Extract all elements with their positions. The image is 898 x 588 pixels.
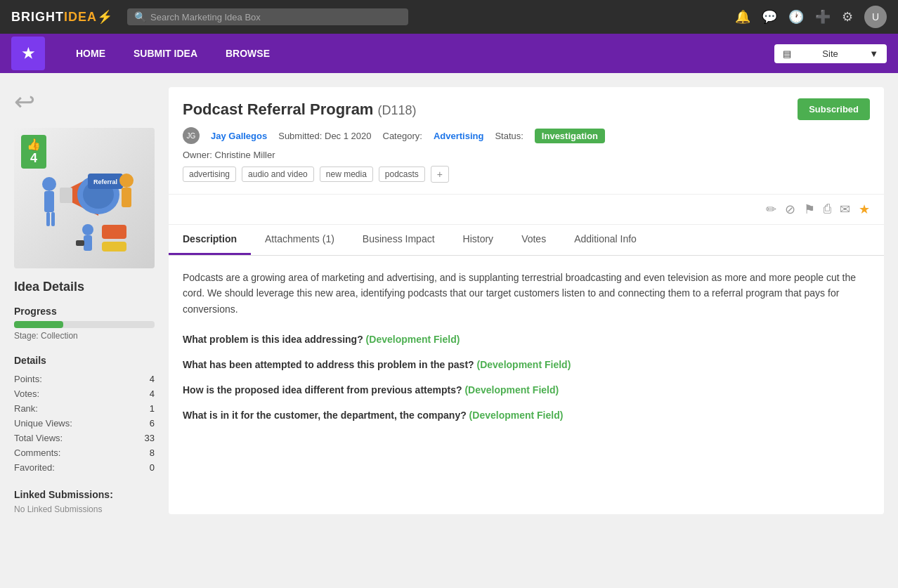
- svg-point-12: [82, 224, 93, 235]
- detail-comments: Comments: 8: [14, 445, 155, 460]
- tab-votes[interactable]: Votes: [507, 225, 560, 255]
- dev-question-3-text: How is the proposed idea different from …: [183, 384, 464, 396]
- notifications-icon[interactable]: 🔔: [735, 9, 750, 25]
- svg-rect-3: [51, 212, 55, 226]
- tab-description[interactable]: Description: [169, 225, 251, 255]
- idea-header: Podcast Referral Program (D118) Subscrib…: [169, 87, 884, 195]
- site-logo-icon: ★: [22, 45, 34, 62]
- dev-question-1: What problem is this idea addressing? (D…: [183, 334, 870, 345]
- detail-total-views: Total Views: 33: [14, 431, 155, 445]
- search-input[interactable]: [150, 12, 401, 22]
- detail-rank: Rank: 1: [14, 401, 155, 416]
- back-button[interactable]: ↩: [14, 87, 155, 117]
- site-logo: ★: [11, 37, 45, 70]
- description-text: Podcasts are a growing area of marketing…: [183, 270, 870, 317]
- svg-point-0: [42, 177, 56, 191]
- details-heading: Details: [14, 355, 155, 366]
- status-label-text: Status:: [495, 131, 523, 141]
- site-selector-label: Site: [822, 48, 838, 59]
- details-section: Details Points: 4 Votes: 4 Rank: 1 Uniqu…: [14, 355, 155, 475]
- unlink-icon[interactable]: ⊘: [785, 202, 795, 217]
- top-navigation-bar: BRIGHTIDEA⚡ 🔍 🔔 💬 🕐 ➕ ⚙ U: [0, 0, 898, 34]
- user-avatar[interactable]: U: [864, 6, 887, 28]
- idea-title-text: Podcast Referral Program: [183, 100, 373, 118]
- tag-advertising[interactable]: advertising: [183, 166, 236, 182]
- progress-label: Progress: [14, 306, 155, 317]
- progress-bar-background: [14, 321, 155, 328]
- category-link[interactable]: Advertising: [434, 131, 484, 141]
- detail-comments-label: Comments:: [14, 447, 60, 458]
- nav-home[interactable]: HOME: [62, 34, 119, 73]
- nav-submit-idea[interactable]: SUBMIT IDEA: [119, 34, 212, 73]
- clock-icon[interactable]: 🕐: [788, 9, 804, 25]
- star-icon[interactable]: ★: [859, 202, 870, 217]
- subscribed-button[interactable]: Subscribed: [798, 98, 870, 120]
- dev-question-4-field-label: (Development Field): [469, 410, 564, 421]
- dev-question-4-text: What is in it for the customer, the depa…: [183, 410, 469, 421]
- vote-thumb-icon: 👍: [27, 138, 41, 151]
- dev-question-2: What has been attempted to address this …: [183, 359, 870, 370]
- search-bar-container[interactable]: 🔍: [127, 8, 408, 25]
- detail-points: Points: 4: [14, 372, 155, 386]
- idea-content-area: Podcast Referral Program (D118) Subscrib…: [169, 87, 884, 514]
- progress-section: Progress Stage: Collection: [14, 306, 155, 341]
- dev-question-1-field-label: (Development Field): [366, 334, 460, 345]
- svg-rect-11: [122, 188, 131, 207]
- detail-comments-value: 8: [150, 447, 155, 458]
- site-selector[interactable]: ▤ Site ▼: [774, 44, 887, 63]
- tab-content-description: Podcasts are a growing area of marketing…: [169, 256, 884, 449]
- idea-meta: JG Jay Gallegos Submitted: Dec 1 2020 Ca…: [183, 127, 870, 144]
- svg-rect-16: [102, 242, 126, 251]
- owner-label: Owner:: [183, 150, 212, 160]
- vote-badge: 👍 4: [21, 135, 46, 169]
- dev-question-3-field-label: (Development Field): [464, 384, 559, 396]
- owner-row: Owner: Christine Miller: [183, 150, 870, 160]
- svg-rect-2: [46, 212, 50, 226]
- tag-new-media[interactable]: new media: [320, 166, 373, 182]
- purple-navigation: ★ HOME SUBMIT IDEA BROWSE ▤ Site ▼: [0, 34, 898, 73]
- linked-submissions-heading: Linked Submissions:: [14, 489, 155, 500]
- main-content: ↩ Referra: [0, 73, 898, 528]
- detail-favorited-label: Favorited:: [14, 462, 55, 473]
- detail-votes: Votes: 4: [14, 386, 155, 401]
- top-bar-icons: 🔔 💬 🕐 ➕ ⚙ U: [735, 6, 887, 28]
- tag-podcasts[interactable]: podcasts: [379, 166, 425, 182]
- svg-rect-1: [44, 191, 54, 212]
- flag-icon[interactable]: ⚑: [804, 202, 815, 217]
- idea-title: Podcast Referral Program (D118): [183, 100, 417, 119]
- detail-rank-label: Rank:: [14, 403, 38, 414]
- dev-question-4: What is in it for the customer, the depa…: [183, 410, 870, 421]
- submitted-label: Submitted: Dec 1 2020: [278, 131, 371, 141]
- email-icon[interactable]: ✉: [840, 202, 850, 217]
- nav-browse[interactable]: BROWSE: [212, 34, 284, 73]
- svg-rect-15: [102, 225, 126, 239]
- owner-name: Christine Miller: [215, 150, 275, 160]
- tab-attachments[interactable]: Attachments (1): [251, 225, 349, 255]
- detail-rank-value: 1: [150, 403, 155, 414]
- detail-unique-views-value: 6: [150, 418, 155, 429]
- detail-total-views-label: Total Views:: [14, 433, 63, 443]
- status-badge: Investigation: [535, 129, 605, 143]
- add-icon[interactable]: ➕: [815, 9, 831, 25]
- edit-icon[interactable]: ✏: [766, 202, 776, 217]
- tags-row: advertising audio and video new media po…: [183, 166, 870, 183]
- svg-rect-5: [60, 188, 72, 203]
- add-tag-button[interactable]: +: [431, 166, 449, 183]
- progress-bar-fill: [14, 321, 63, 328]
- print-icon[interactable]: ⎙: [824, 202, 831, 217]
- site-selector-icon: ▤: [783, 48, 791, 59]
- tag-audio-video[interactable]: audio and video: [242, 166, 314, 182]
- tab-history[interactable]: History: [449, 225, 508, 255]
- dev-question-2-field-label: (Development Field): [477, 359, 571, 370]
- tab-business-impact[interactable]: Business Impact: [349, 225, 449, 255]
- settings-icon[interactable]: ⚙: [842, 9, 853, 25]
- author-link[interactable]: Jay Gallegos: [211, 131, 267, 141]
- action-icons-bar: ✏ ⊘ ⚑ ⎙ ✉ ★: [169, 195, 884, 225]
- detail-unique-views: Unique Views: 6: [14, 416, 155, 431]
- svg-point-10: [119, 174, 134, 188]
- tab-additional-info[interactable]: Additional Info: [560, 225, 651, 255]
- dev-question-2-text: What has been attempted to address this …: [183, 359, 477, 370]
- messages-icon[interactable]: 💬: [762, 9, 777, 25]
- idea-id: (D118): [378, 103, 417, 117]
- progress-stage: Stage: Collection: [14, 331, 155, 341]
